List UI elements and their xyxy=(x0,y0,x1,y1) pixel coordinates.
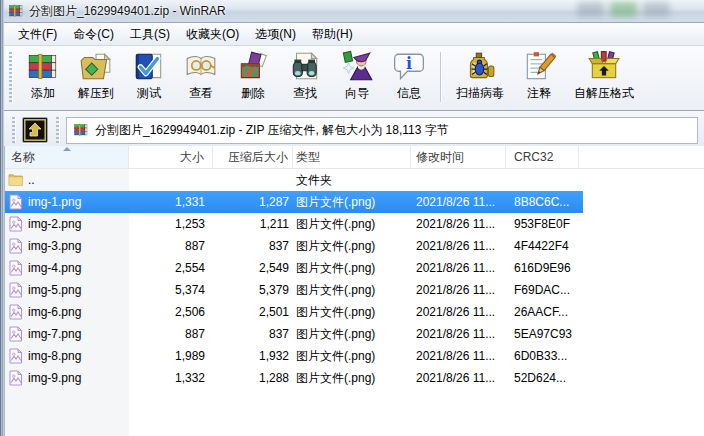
file-packed-size: 837 xyxy=(213,239,293,253)
file-packed-size: 1,932 xyxy=(213,349,293,363)
view-button[interactable]: 查看 xyxy=(176,48,226,104)
info-icon xyxy=(392,50,426,84)
archive-address-field[interactable]: 分割图片_1629949401.zip - ZIP 压缩文件, 解包大小为 18… xyxy=(66,117,698,144)
file-size: 1,332 xyxy=(129,371,213,385)
virus-scan-button[interactable]: 扫描病毒 xyxy=(448,48,512,104)
sfx-button[interactable]: 自解压格式 xyxy=(566,48,642,104)
test-button[interactable]: 测试 xyxy=(124,48,174,104)
address-bar-gripper xyxy=(12,117,16,143)
menu-tools[interactable]: 工具(S) xyxy=(122,23,178,46)
close-button[interactable] xyxy=(643,2,670,17)
image-file-icon xyxy=(8,370,24,386)
winrar-window: 分割图片_1629949401.zip - WinRAR 文件(F) 命令(C)… xyxy=(0,0,704,436)
file-size: 887 xyxy=(129,327,213,341)
table-row-img-1[interactable]: img-1.png 1,331 1,287 图片文件(.png) 2021/8/… xyxy=(5,191,583,213)
file-size: 1,989 xyxy=(129,349,213,363)
file-crc32: 26AACF... xyxy=(506,305,579,319)
file-name: img-5.png xyxy=(28,283,81,297)
title-bar[interactable]: 分割图片_1629949401.zip - WinRAR xyxy=(4,0,704,23)
file-type: 图片文件(.png) xyxy=(293,282,411,299)
file-crc32: 953F8E0F xyxy=(506,217,579,231)
file-crc32: 52D624... xyxy=(506,371,579,385)
file-modified: 2021/8/26 11... xyxy=(411,371,506,385)
file-crc32: 6D0B33... xyxy=(506,349,579,363)
folder-up-icon xyxy=(24,119,46,141)
file-packed-size: 5,379 xyxy=(213,283,293,297)
file-name: img-1.png xyxy=(28,195,81,209)
table-row-img-4[interactable]: img-4.png 2,554 2,549 图片文件(.png) 2021/8/… xyxy=(5,257,583,279)
table-row-img-2[interactable]: img-2.png 1,253 1,211 图片文件(.png) 2021/8/… xyxy=(5,213,583,235)
file-size: 2,554 xyxy=(129,261,213,275)
image-file-icon xyxy=(8,194,24,210)
file-crc32: 8B8C6C... xyxy=(506,195,579,209)
menu-favorites[interactable]: 收藏夹(O) xyxy=(178,23,247,46)
maximize-button[interactable] xyxy=(610,2,637,17)
window-controls[interactable] xyxy=(577,2,670,17)
column-header-size[interactable]: 大小 xyxy=(129,146,213,168)
table-row-parent-dir[interactable]: .. 文件夹 xyxy=(5,169,583,191)
minimize-button[interactable] xyxy=(577,2,604,17)
table-row-img-3[interactable]: img-3.png 887 837 图片文件(.png) 2021/8/26 1… xyxy=(5,235,583,257)
up-one-level-button[interactable] xyxy=(22,117,48,143)
image-file-icon xyxy=(8,282,24,298)
file-name: img-4.png xyxy=(28,261,81,275)
sfx-icon xyxy=(587,50,621,84)
virus-scan-icon xyxy=(463,50,497,84)
file-modified: 2021/8/26 11... xyxy=(411,195,506,209)
table-row-img-5[interactable]: img-5.png 5,374 5,379 图片文件(.png) 2021/8/… xyxy=(5,279,583,301)
file-packed-size: 1,211 xyxy=(213,217,293,231)
column-header-name[interactable]: 名称 xyxy=(5,146,129,168)
address-bar: 分割图片_1629949401.zip - ZIP 压缩文件, 解包大小为 18… xyxy=(4,111,704,150)
info-button[interactable]: 信息 xyxy=(384,48,434,104)
delete-button[interactable]: 删除 xyxy=(228,48,278,104)
file-packed-size: 2,549 xyxy=(213,261,293,275)
view-file-icon xyxy=(184,50,218,84)
find-icon xyxy=(288,50,322,84)
winrar-archive-icon xyxy=(8,3,24,19)
menu-commands[interactable]: 命令(C) xyxy=(65,23,122,46)
sort-ascending-icon xyxy=(63,147,71,151)
column-header-packed[interactable]: 压缩后大小 xyxy=(213,146,293,168)
menu-file[interactable]: 文件(F) xyxy=(10,23,65,46)
extract-to-button[interactable]: 解压到 xyxy=(70,48,122,104)
toolbar-separator xyxy=(440,52,442,102)
wizard-button[interactable]: 向导 xyxy=(332,48,382,104)
menu-options[interactable]: 选项(N) xyxy=(247,23,304,46)
file-crc32: 5EA97C93 xyxy=(506,327,579,341)
extract-to-icon xyxy=(79,50,113,84)
file-packed-size: 2,501 xyxy=(213,305,293,319)
file-size: 5,374 xyxy=(129,283,213,297)
image-file-icon xyxy=(8,260,24,276)
file-list: 名称 大小 压缩后大小 类型 修改时间 CRC32 .. xyxy=(4,146,704,436)
file-crc32: F69DAC... xyxy=(506,283,579,297)
table-row-img-6[interactable]: img-6.png 2,506 2,501 图片文件(.png) 2021/8/… xyxy=(5,301,583,323)
file-type: 图片文件(.png) xyxy=(293,370,411,387)
add-button[interactable]: 添加 xyxy=(18,48,68,104)
menu-help[interactable]: 帮助(H) xyxy=(304,23,361,46)
table-row-img-9[interactable]: img-9.png 1,332 1,288 图片文件(.png) 2021/8/… xyxy=(5,367,583,389)
table-row-img-8[interactable]: img-8.png 1,989 1,932 图片文件(.png) 2021/8/… xyxy=(5,345,583,367)
find-button[interactable]: 查找 xyxy=(280,48,330,104)
file-name: img-2.png xyxy=(28,217,81,231)
file-name: img-3.png xyxy=(28,239,81,253)
file-size: 1,331 xyxy=(129,195,213,209)
archive-description: 分割图片_1629949401.zip - ZIP 压缩文件, 解包大小为 18… xyxy=(95,122,449,139)
file-packed-size: 1,287 xyxy=(213,195,293,209)
file-size: 887 xyxy=(129,239,213,253)
column-header-type[interactable]: 类型 xyxy=(293,146,411,168)
column-header-crc32[interactable]: CRC32 xyxy=(506,146,579,168)
file-name: img-8.png xyxy=(28,349,81,363)
comment-button[interactable]: 注释 xyxy=(514,48,564,104)
image-file-icon xyxy=(8,238,24,254)
add-archive-icon xyxy=(26,50,60,84)
toolbar-gripper xyxy=(9,52,13,104)
address-field-gripper xyxy=(56,117,60,143)
image-file-icon xyxy=(8,348,24,364)
file-type: 图片文件(.png) xyxy=(293,260,411,277)
file-type: 文件夹 xyxy=(293,172,411,189)
file-type: 图片文件(.png) xyxy=(293,348,411,365)
delete-icon xyxy=(236,50,270,84)
column-header-modified[interactable]: 修改时间 xyxy=(411,146,506,168)
table-row-img-7[interactable]: img-7.png 887 837 图片文件(.png) 2021/8/26 1… xyxy=(5,323,583,345)
file-name: img-6.png xyxy=(28,305,81,319)
